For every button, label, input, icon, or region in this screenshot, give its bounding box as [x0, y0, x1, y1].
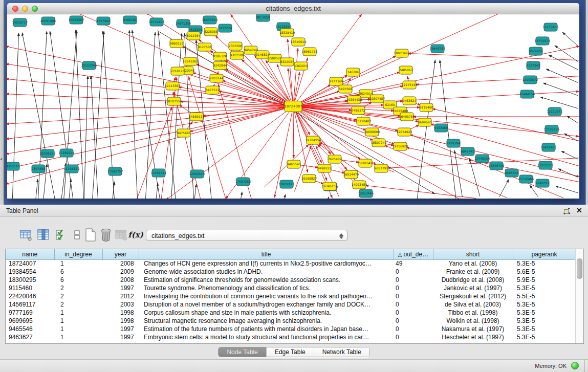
tab-network-table[interactable]: Network Table	[314, 347, 369, 357]
graph-node[interactable]: 12213363	[165, 82, 181, 90]
row-height-icon[interactable]	[71, 228, 84, 242]
graph-node[interactable]: 14569117	[189, 113, 205, 121]
graph-node[interactable]: 16543362	[183, 57, 199, 65]
graph-node[interactable]: 1588520	[268, 54, 282, 62]
table-row[interactable]: 946362711997Embryonic stem cells: a mode…	[6, 333, 576, 341]
graph-node[interactable]: 8186328	[213, 52, 227, 60]
network-view-canvas[interactable]: 1405571720691406106532871527602646616110…	[7, 14, 579, 199]
graph-node[interactable]: 9463627	[403, 97, 417, 105]
graph-node[interactable]: 16495756	[399, 113, 415, 121]
memory-status-icon[interactable]	[571, 362, 579, 369]
graph-node[interactable]: 7486372	[352, 106, 365, 115]
graph-node[interactable]: 19346756	[322, 182, 338, 190]
graph-node[interactable]: 15716485	[518, 175, 534, 183]
column-header-name[interactable]: name	[6, 249, 54, 259]
graph-node[interactable]: 16401466	[541, 143, 557, 151]
graph-node[interactable]: 20364436	[346, 96, 362, 104]
graph-node[interactable]: 8226058	[204, 28, 218, 36]
graph-node[interactable]: 5878342	[359, 159, 373, 167]
graph-node[interactable]: 12031502	[538, 161, 554, 169]
graph-node[interactable]: 1362615	[294, 62, 308, 70]
graph-node[interactable]: 8350510	[7, 162, 20, 170]
node-table-grid[interactable]: namein_degreeyeartitle△out_de…shortpager…	[6, 249, 576, 341]
graph-node[interactable]: 10688609	[364, 128, 380, 136]
graph-node[interactable]: 16346756	[489, 162, 505, 170]
column-header-year[interactable]: year	[102, 249, 139, 259]
graph-node[interactable]: 12093572	[522, 76, 538, 84]
graph-node[interactable]: 19654923	[397, 128, 412, 136]
graph-node[interactable]: 10807487	[369, 95, 385, 103]
graph-node[interactable]: 9657791	[375, 164, 388, 172]
graph-node[interactable]: 17103654	[544, 125, 560, 134]
column-header-title[interactable]: title	[139, 249, 394, 259]
function-builder-icon[interactable]: f(x)	[129, 228, 142, 242]
table-row[interactable]: 977716911998Corpus callosum shape and si…	[6, 309, 576, 317]
graph-node[interactable]: 20691406	[40, 17, 56, 25]
graph-node[interactable]: 2718126	[171, 67, 185, 75]
show-columns-icon[interactable]	[37, 228, 50, 242]
table-row[interactable]: 1830029562008Estimation of significance …	[6, 276, 576, 284]
graph-node[interactable]: 9127508	[198, 43, 212, 51]
graph-node[interactable]: 8813054	[256, 14, 270, 21]
graph-node[interactable]: 18724007	[284, 101, 302, 112]
graph-node[interactable]: 12975155	[402, 81, 418, 89]
graph-node[interactable]: 18325419	[279, 29, 295, 37]
table-selector-combobox[interactable]: citations_edges.txt	[146, 230, 347, 241]
graph-node[interactable]: 19756928	[393, 142, 408, 150]
delete-table-icon[interactable]	[99, 228, 113, 242]
table-row[interactable]: 1456911722003Disruption of a novel membe…	[6, 300, 576, 309]
graph-node[interactable]: 9465546	[505, 169, 519, 177]
graph-node[interactable]: 7857224	[219, 24, 232, 32]
left-panel-splitter[interactable]: ◂	[0, 0, 4, 205]
table-settings-icon[interactable]: ⚙	[19, 228, 33, 242]
vertical-scrollbar[interactable]	[575, 249, 583, 343]
graph-node[interactable]: 746206	[346, 68, 360, 76]
graph-node[interactable]: 7485063	[399, 66, 413, 74]
graph-node[interactable]: 16914479	[343, 170, 359, 179]
graph-node[interactable]: 20206523	[40, 149, 56, 158]
graph-node[interactable]: 12503513	[189, 170, 205, 178]
graph-node[interactable]: 9327508	[230, 51, 244, 59]
splitter-handle-icon[interactable]: ◂	[0, 157, 2, 161]
graph-node[interactable]: 17359924	[59, 149, 75, 157]
graph-node[interactable]: 18107554	[166, 97, 182, 105]
graph-node[interactable]: 6497568	[339, 85, 353, 93]
graph-node[interactable]: 10719195	[149, 18, 165, 26]
table-row[interactable]: 2242004622012Investigating the contribut…	[6, 292, 576, 300]
graph-node[interactable]: 16648784	[430, 45, 446, 53]
graph-node[interactable]: 14055717	[12, 18, 28, 27]
graph-node[interactable]: 1527602	[97, 17, 111, 25]
table-row[interactable]: 911546021997Tourette syndrome. Phenomeno…	[6, 284, 576, 292]
graph-node[interactable]: 10653287	[69, 16, 84, 24]
network-graph[interactable]: 1405571720691406106532871527602646616110…	[7, 14, 579, 199]
graph-node[interactable]: 12445154	[474, 155, 490, 163]
graph-node[interactable]: 9777169	[330, 77, 343, 85]
graph-node[interactable]: 15751074	[535, 37, 551, 45]
graph-node[interactable]: 9699695	[418, 118, 432, 126]
graph-node[interactable]: 19166827	[301, 174, 317, 183]
graph-node[interactable]: 10973493	[394, 49, 410, 57]
graph-node[interactable]: 2803144	[210, 74, 224, 82]
graph-node[interactable]: 20153346	[81, 61, 97, 70]
graph-node[interactable]: 19384554	[306, 136, 321, 144]
graph-node[interactable]: 9860123	[170, 39, 184, 48]
graph-node[interactable]: 9245012	[536, 179, 550, 187]
column-header-out_de[interactable]: △out_de…	[394, 249, 433, 259]
graph-node[interactable]: 9498222	[318, 164, 332, 172]
graph-node[interactable]: 9397588	[32, 165, 46, 173]
graph-node[interactable]: 7919394	[447, 139, 461, 147]
combobox-stepper-icon[interactable]	[339, 232, 343, 240]
graph-node[interactable]: 11451941	[151, 169, 167, 177]
graph-node[interactable]: 16033809	[202, 16, 218, 24]
table-row[interactable]: 1872400712008Changes of HCN gene express…	[6, 259, 576, 268]
table-row[interactable]: 1938455462009Genome-wide association stu…	[6, 268, 576, 276]
graph-node[interactable]: 9153469	[434, 124, 448, 132]
graph-node[interactable]: 9529966	[529, 47, 543, 55]
column-header-short[interactable]: short	[433, 249, 513, 259]
scrollbar-thumb[interactable]	[577, 258, 582, 279]
graph-node[interactable]: 9242844	[213, 61, 227, 70]
graph-node[interactable]: 18807249	[371, 139, 387, 147]
column-header-pagerank[interactable]: pagerank	[513, 249, 576, 259]
graph-node[interactable]: 18640910	[291, 38, 307, 46]
graph-node[interactable]: 7625402	[328, 155, 342, 163]
